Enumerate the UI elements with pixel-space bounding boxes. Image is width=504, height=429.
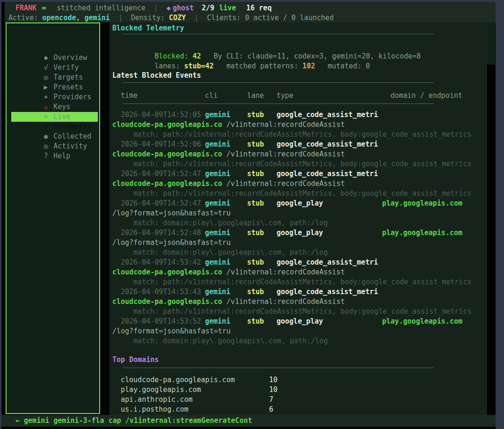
sidebar-item-overview[interactable]: ◆Overview: [11, 43, 98, 53]
event-row[interactable]: 2026-04-09T14:53:43 gemini stub google_c…: [112, 287, 487, 317]
sidebar-item-icon: ⊘: [42, 122, 50, 132]
event-domain: play.googleapis.com: [382, 228, 462, 238]
top-domain-name: us.i.posthog.com: [121, 405, 269, 414]
top-domains-list: cloudcode-pa.googleapis.com10 play.googl…: [112, 375, 487, 414]
mutated-value: 0: [366, 62, 370, 70]
top-domain-count: 6: [269, 405, 273, 414]
main-panel: Blocked Telemetry Blocked:42By CLI: clau…: [110, 22, 487, 416]
header-bar: FRANK ∞ stitched intelligence ◆ghost 2/9…: [5, 2, 496, 22]
event-time: 2026-04-09T14:52:47: [121, 169, 205, 179]
event-row[interactable]: 2026-04-09T14:52:48 gemini stub google_p…: [112, 228, 487, 258]
sidebar-item-label: Verify: [53, 63, 79, 72]
sidebar-item-label: Presets: [53, 83, 83, 91]
event-row[interactable]: 2026-04-09T14:52:05 gemini stub google_c…: [112, 110, 487, 140]
matched-patterns-value: 102: [302, 62, 315, 70]
events-table-header: time cli lane type domain / endpoint: [112, 91, 462, 101]
top-domain-row: api.anthropic.com7: [112, 395, 487, 405]
event-match-rule: match: path:/v1internal:recordCodeAssist…: [112, 307, 487, 317]
divider: [123, 368, 434, 368]
event-line-main: 2026-04-09T14:52:48 gemini stub google_p…: [112, 228, 462, 238]
events-list: 2026-04-09T14:52:05 gemini stub google_c…: [112, 110, 487, 346]
sidebar-item-icon: ≈: [42, 112, 50, 122]
event-type: google_code_assist_metri: [277, 169, 462, 179]
event-row[interactable]: 2026-04-09T14:53:52 gemini stub google_p…: [112, 317, 487, 346]
sidebar-item-label: Keys: [53, 103, 70, 111]
event-row[interactable]: 2026-04-09T14:53:42 gemini stub google_c…: [112, 258, 487, 287]
live-count: 2/9: [202, 3, 214, 13]
scrollbar-thumb[interactable]: [487, 22, 495, 65]
event-time: 2026-04-09T14:53:42: [121, 258, 205, 267]
header-line-2: Active: opencode, gemini Density: COZY C…: [5, 13, 496, 23]
section-title-blocked-telemetry: Blocked Telemetry: [112, 23, 487, 33]
event-lane: stub: [247, 228, 277, 238]
event-line-main: 2026-04-09T14:52:06 gemini stub google_c…: [112, 140, 462, 149]
stats-line-1: Blocked:42By CLI: claude=11, codex=3, ge…: [112, 42, 487, 52]
event-endpoint-line: /log?format=json&hasfast=tru: [112, 326, 487, 336]
event-lane: stub: [247, 199, 277, 208]
scrollbar-track[interactable]: [487, 22, 495, 416]
event-match-rule: match: path:/v1internal:recordCodeAssist…: [112, 159, 487, 169]
matched-patterns-label: matched patterns:: [226, 62, 299, 70]
blocked-label: Blocked:: [154, 52, 188, 60]
sidebar-item-icon: ▶: [42, 82, 50, 92]
event-cli: gemini: [205, 258, 247, 267]
blocked-value: 42: [193, 52, 201, 60]
event-endpoint-domain: cloudcode-pa.googleapis.co: [112, 120, 222, 129]
event-endpoint-path: /v1internal:recordCodeAssist: [222, 150, 345, 158]
sidebar-item-icon: ♨: [42, 102, 50, 112]
event-lane: stub: [247, 169, 277, 179]
lanes-label: lanes:: [154, 62, 180, 70]
event-type: google_code_assist_metri: [277, 287, 462, 297]
sidebar-item-icon: ?: [42, 151, 50, 161]
event-time: 2026-04-09T14:52:06: [121, 140, 205, 149]
event-endpoint-line: cloudcode-pa.googleapis.co /v1internal:r…: [112, 149, 487, 159]
event-line-main: 2026-04-09T14:53:43 gemini stub google_c…: [112, 287, 462, 297]
col-header-domain: domain / endpoint: [390, 91, 462, 101]
event-type: google_code_assist_metri: [277, 140, 462, 149]
separator: [120, 15, 121, 22]
sidebar-item-label: Live: [53, 112, 70, 121]
event-endpoint-line: cloudcode-pa.googleapis.co /v1internal:r…: [112, 297, 487, 307]
event-row[interactable]: 2026-04-09T14:52:06 gemini stub google_c…: [112, 140, 487, 169]
top-domain-name: cloudcode-pa.googleapis.com: [121, 375, 269, 385]
separator: [156, 5, 156, 12]
brand-logo: FRANK: [15, 3, 37, 13]
ghost-status: ◆ghost: [167, 3, 194, 13]
event-lane: stub: [247, 258, 277, 267]
section-title-top-domains: Top Domains: [112, 355, 487, 365]
sidebar-item-label: Help: [53, 152, 70, 160]
event-match-rule: match: domain:play\.googleapis\.com, pat…: [112, 336, 487, 346]
col-header-cli: cli: [205, 91, 247, 101]
app-title: stitched intelligence: [57, 3, 146, 13]
event-time: 2026-04-09T14:52:47: [121, 199, 205, 208]
event-type: google_code_assist_metri: [277, 258, 462, 267]
sidebar-item-icon: ◉: [42, 132, 50, 141]
event-match-rule: match: domain:play\.googleapis\.com, pat…: [112, 218, 487, 228]
sidebar-item-label: Activity: [53, 142, 87, 150]
event-row[interactable]: 2026-04-09T14:52:47 gemini stub google_c…: [112, 169, 487, 199]
sidebar-item-icon: ◎: [42, 141, 50, 151]
event-endpoint-line: /log?format=json&hasfast=tru: [112, 238, 487, 248]
col-header-time: time: [121, 91, 205, 101]
event-match-rule: match: path:/v1internal:recordCodeAssist…: [112, 277, 487, 287]
event-endpoint-line: cloudcode-pa.googleapis.co /v1internal:r…: [112, 267, 487, 277]
event-row[interactable]: 2026-04-09T14:52:47 gemini stub google_p…: [112, 199, 487, 228]
top-domain-count: 10: [269, 375, 278, 385]
event-match-rule: match: domain:play\.googleapis\.com, pat…: [112, 248, 487, 258]
event-cli: gemini: [205, 199, 247, 208]
event-endpoint-path: /v1internal:recordCodeAssist: [222, 268, 345, 276]
event-line-main: 2026-04-09T14:52:47 gemini stub google_c…: [112, 169, 462, 179]
divider: [123, 104, 434, 104]
event-cli: gemini: [205, 228, 247, 238]
event-type: google_play: [277, 317, 382, 326]
active-value: opencode, gemini: [42, 13, 110, 23]
event-endpoint-line: cloudcode-pa.googleapis.co /v1internal:r…: [112, 179, 487, 189]
lanes-value: stub=42: [184, 62, 213, 70]
event-endpoint-path: /log?format=json&hasfast=tru: [112, 327, 231, 335]
event-endpoint-domain: cloudcode-pa.googleapis.co: [112, 179, 222, 188]
section-title-latest-blocked-events: Latest Blocked Events: [112, 71, 487, 81]
divider: [123, 34, 434, 34]
event-lane: stub: [247, 287, 277, 297]
event-cli: gemini: [205, 110, 247, 120]
sidebar-item-label: Providers: [53, 93, 91, 101]
